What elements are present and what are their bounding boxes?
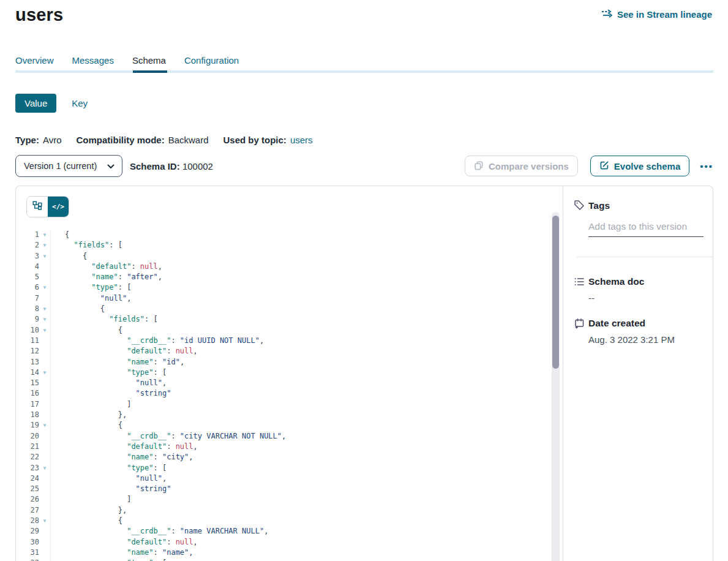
tree-view-button[interactable] (27, 197, 48, 217)
editor-view-toggle: </> (26, 196, 69, 217)
line-number: 11 (16, 336, 39, 346)
code-line: 17 ] (16, 399, 550, 410)
fold-toggle-icon[interactable]: ▼ (39, 240, 50, 250)
code-line: 13 "name": "id", (16, 357, 550, 367)
fold-spacer (39, 537, 50, 548)
stream-lineage-icon (601, 9, 613, 20)
compare-icon (474, 160, 484, 172)
schema-id-value: 100002 (182, 161, 213, 171)
code-text: "__crdb__": "city VARCHAR NOT NULL", (50, 431, 286, 442)
line-number: 10 (16, 325, 39, 336)
schema-controls-row: Version 1 (current) Schema ID: 100002 Co… (15, 155, 713, 177)
editor-scrollbar-thumb[interactable] (552, 216, 559, 369)
line-number: 4 (16, 262, 39, 272)
code-text: "__crdb__": "name VARCHAR NULL", (50, 526, 268, 537)
tab-overview[interactable]: Overview (15, 55, 54, 66)
version-select[interactable]: Version 1 (current) (15, 155, 122, 177)
code-line: 15 "null", (16, 378, 550, 388)
tab-schema[interactable]: Schema (132, 55, 166, 66)
code-text: "type": [ (50, 282, 131, 293)
evolve-schema-button[interactable]: Evolve schema (590, 156, 689, 176)
code-text: "null", (50, 293, 131, 304)
schema-doc-icon (574, 276, 585, 287)
line-number: 12 (16, 346, 39, 356)
schema-page: users See in Stream lineage OverviewMess… (0, 0, 728, 561)
line-number: 24 (16, 473, 39, 484)
fold-toggle-icon[interactable]: ▼ (39, 251, 50, 262)
fold-toggle-icon[interactable]: ▼ (39, 325, 50, 336)
fold-spacer (39, 494, 50, 505)
code-line: 11 "__crdb__": "id UUID NOT NULL", (16, 336, 550, 346)
tags-heading: Tags (588, 200, 610, 211)
fold-toggle-icon[interactable]: ▼ (39, 230, 50, 240)
line-number: 32 (16, 558, 39, 561)
code-line: 12 "default": null, (16, 346, 550, 356)
code-text: "null", (50, 378, 167, 388)
code-line: 29 "__crdb__": "name VARCHAR NULL", (16, 526, 550, 537)
fold-toggle-icon[interactable]: ▼ (39, 304, 50, 314)
editor-scrollbar-track[interactable] (552, 212, 560, 561)
code-text: { (50, 325, 122, 336)
line-number: 27 (16, 505, 39, 516)
code-text: "name": "id", (50, 357, 184, 367)
chevron-down-icon (107, 161, 114, 171)
date-created-value: Aug. 3 2022 3:21 PM (588, 334, 675, 345)
code-line: 26 ] (16, 494, 550, 505)
code-text: "type": [ (50, 558, 167, 561)
code-lines: 1▼{2▼ "fields": [3▼ {4 "default": null,5… (16, 230, 550, 561)
code-text: { (50, 304, 105, 314)
tab-messages[interactable]: Messages (72, 55, 114, 66)
code-text: { (50, 251, 87, 262)
fold-toggle-icon[interactable]: ▼ (39, 314, 50, 325)
code-text: "__crdb__": "id UUID NOT NULL", (50, 336, 264, 346)
schema-id-label: Schema ID: (130, 161, 180, 171)
tab-configuration[interactable]: Configuration (184, 55, 239, 66)
code-line: 32▼ "type": [ (16, 558, 550, 561)
schema-code-editor[interactable]: </> 1▼{2▼ "fields": [3▼ {4 "default": nu… (16, 186, 563, 561)
fold-spacer (39, 378, 50, 388)
tab-underline-active (133, 70, 167, 73)
code-line: 19▼ { (16, 420, 550, 431)
schema-id: Schema ID: 100002 (130, 161, 213, 171)
topic-link[interactable]: users (290, 135, 313, 145)
fold-spacer (39, 548, 50, 558)
line-number: 3 (16, 251, 39, 262)
fold-toggle-icon[interactable]: ▼ (39, 463, 50, 473)
code-text: "type": [ (50, 367, 167, 378)
code-view-button[interactable]: </> (48, 197, 69, 217)
fold-spacer (39, 526, 50, 537)
fold-spacer (39, 357, 50, 367)
code-line: 23▼ "type": [ (16, 463, 550, 473)
fold-toggle-icon[interactable]: ▼ (39, 420, 50, 431)
line-number: 1 (16, 230, 39, 240)
code-line: 24 "null", (16, 473, 550, 484)
code-text: "fields": [ (50, 314, 158, 325)
key-toggle-link[interactable]: Key (72, 98, 88, 108)
line-number: 21 (16, 442, 39, 452)
sidebar-divider (577, 257, 713, 257)
fold-spacer (39, 452, 50, 462)
line-number: 14 (16, 367, 39, 378)
version-select-value: Version 1 (current) (24, 161, 97, 171)
fold-spacer (39, 388, 50, 399)
tags-input[interactable] (588, 220, 704, 237)
more-options-button[interactable]: ••• (700, 161, 713, 171)
code-line: 3▼ { (16, 251, 550, 262)
code-line: 16 "string" (16, 388, 550, 399)
code-line: 14▼ "type": [ (16, 367, 550, 378)
code-text: "string" (50, 484, 171, 494)
fold-toggle-icon[interactable]: ▼ (39, 558, 50, 561)
fold-toggle-icon[interactable]: ▼ (39, 516, 50, 526)
fold-toggle-icon[interactable]: ▼ (39, 367, 50, 378)
code-line: 28▼ { (16, 516, 550, 526)
code-text: "null", (50, 473, 167, 484)
fold-spacer (39, 399, 50, 410)
line-number: 28 (16, 516, 39, 526)
value-toggle-button[interactable]: Value (15, 94, 56, 113)
code-text: "fields": [ (50, 240, 122, 250)
fold-toggle-icon[interactable]: ▼ (39, 282, 50, 293)
fold-spacer (39, 262, 50, 272)
see-in-stream-lineage-link[interactable]: See in Stream lineage (601, 9, 712, 20)
page-title: users (15, 5, 63, 25)
compare-versions-button[interactable]: Compare versions (465, 156, 578, 176)
